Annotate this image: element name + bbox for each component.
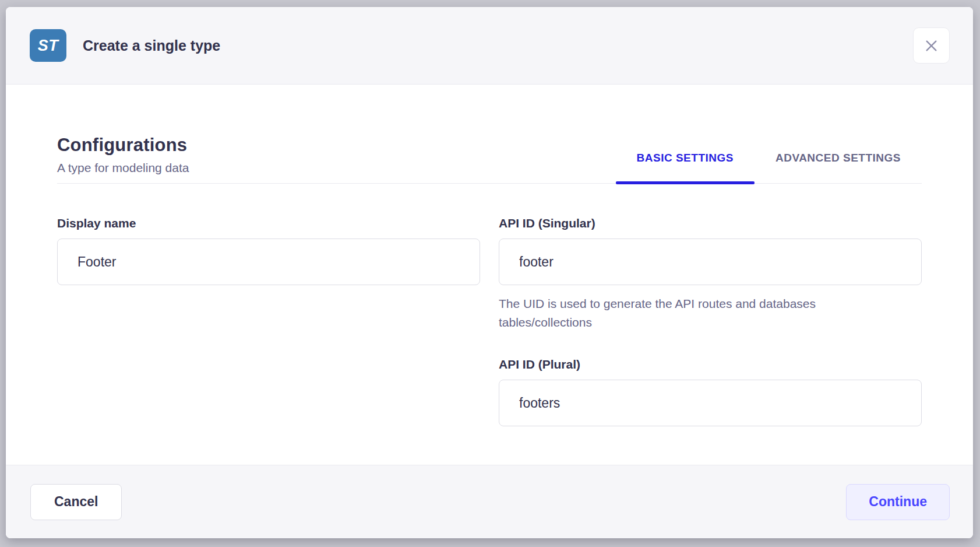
tab-advanced-settings[interactable]: ADVANCED SETTINGS <box>755 152 922 183</box>
cancel-button[interactable]: Cancel <box>30 484 122 520</box>
api-id-singular-hint: The UID is used to generate the API rout… <box>499 294 872 332</box>
settings-tabs: BASIC SETTINGS ADVANCED SETTINGS <box>616 152 922 183</box>
api-id-singular-field: API ID (Singular) The UID is used to gen… <box>499 216 922 332</box>
form-column-left: Display name <box>57 216 480 426</box>
close-icon <box>923 38 939 54</box>
api-id-singular-label: API ID (Singular) <box>499 216 922 230</box>
close-button[interactable] <box>913 27 950 64</box>
section-head: Configurations A type for modeling data <box>57 135 616 183</box>
configuration-form: Display name API ID (Singular) The UID i… <box>57 216 922 426</box>
modal-footer: Cancel Continue <box>6 465 973 538</box>
display-name-input[interactable] <box>57 239 480 285</box>
single-type-badge: ST <box>30 29 66 62</box>
modal-backdrop[interactable]: ST Create a single type Configurations A… <box>0 0 980 547</box>
section-subtitle: A type for modeling data <box>57 161 616 175</box>
modal-header: ST Create a single type <box>6 7 973 85</box>
api-id-plural-input[interactable] <box>499 380 922 426</box>
display-name-field: Display name <box>57 216 480 285</box>
modal-title: Create a single type <box>83 37 220 54</box>
tab-basic-settings[interactable]: BASIC SETTINGS <box>616 152 755 183</box>
modal-body: Configurations A type for modeling data … <box>6 85 973 465</box>
section-title: Configurations <box>57 135 616 156</box>
create-single-type-modal: ST Create a single type Configurations A… <box>6 7 973 538</box>
display-name-label: Display name <box>57 216 480 230</box>
api-id-plural-label: API ID (Plural) <box>499 357 922 371</box>
form-column-right: API ID (Singular) The UID is used to gen… <box>499 216 922 426</box>
continue-button[interactable]: Continue <box>846 484 950 520</box>
api-id-plural-field: API ID (Plural) <box>499 357 922 426</box>
api-id-singular-input[interactable] <box>499 239 922 285</box>
single-type-badge-label: ST <box>38 37 59 55</box>
section-header-row: Configurations A type for modeling data … <box>57 135 922 184</box>
